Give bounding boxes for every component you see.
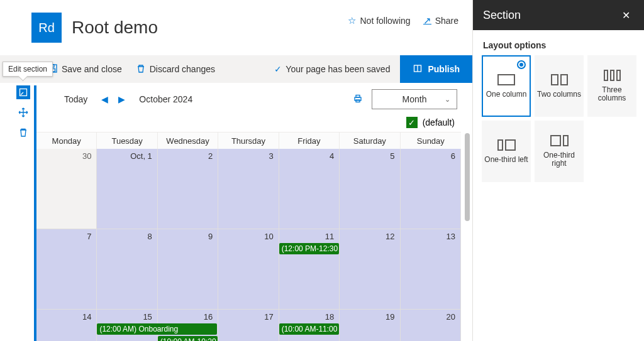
day-cell[interactable]: 7: [36, 229, 97, 310]
panel-title: Section: [483, 9, 521, 22]
day-number: 10: [264, 232, 273, 241]
view-select[interactable]: Month ⌄: [372, 89, 457, 109]
layout-option[interactable]: Three columns: [587, 55, 636, 117]
panel-close-button[interactable]: ✕: [618, 7, 634, 24]
view-select-value: Month: [402, 94, 427, 104]
calendar-toolbar: Today ◀ ▶ October 2024 Month ⌄: [36, 85, 461, 113]
day-cell[interactable]: 11(12:00 PM-12:30: [279, 229, 340, 310]
day-cell[interactable]: 13: [401, 229, 461, 310]
page-header: Rd Root demo Not following Share: [0, 0, 472, 55]
calendar-event[interactable]: (12:00 AM) Onboarding: [97, 323, 217, 335]
calendar-event[interactable]: (12:00 PM-12:30: [279, 243, 339, 254]
discard-button[interactable]: Discard changes: [136, 63, 215, 75]
day-cell[interactable]: 5: [340, 149, 400, 229]
panel-subtitle: Layout options: [473, 30, 644, 55]
dow-header-cell: Monday: [36, 133, 97, 149]
day-number: 8: [148, 232, 152, 241]
day-number: 17: [264, 312, 273, 322]
day-number: 16: [204, 312, 213, 322]
day-number: 11: [325, 232, 334, 241]
dow-header-cell: Friday: [279, 133, 340, 149]
day-cell[interactable]: 20: [401, 310, 461, 341]
calendar-webpart: Today ◀ ▶ October 2024 Month ⌄ ✓ (defaul…: [34, 85, 461, 341]
star-icon: [348, 15, 356, 26]
publish-icon: [413, 63, 423, 75]
day-cell[interactable]: 8: [97, 229, 157, 310]
layout-option-label: Two columns: [537, 90, 581, 99]
today-button[interactable]: Today: [64, 94, 87, 104]
chevron-down-icon: ⌄: [445, 95, 450, 104]
edit-section-button[interactable]: [16, 85, 30, 99]
day-cell[interactable]: 6: [401, 149, 461, 229]
day-number: 18: [325, 312, 334, 322]
follow-button[interactable]: Not following: [348, 15, 410, 26]
default-legend-check[interactable]: ✓: [406, 117, 418, 128]
share-label: Share: [435, 16, 458, 26]
day-cell[interactable]: 19: [340, 310, 400, 341]
share-button[interactable]: Share: [423, 16, 458, 26]
layout-icon: [550, 135, 569, 146]
day-cell[interactable]: 17: [218, 310, 279, 341]
page-title[interactable]: Root demo: [72, 18, 158, 38]
day-number: 5: [390, 151, 394, 161]
day-number: 13: [447, 232, 455, 241]
calendar-grid: MondayTuesdayWednesdayThursdayFridaySatu…: [36, 132, 461, 341]
layout-option-label: One-third right: [535, 151, 583, 168]
share-icon: [423, 16, 431, 26]
calendar-event[interactable]: (10:00 AM-10:20: [158, 336, 218, 341]
layout-icon: [604, 70, 621, 81]
discard-icon: [136, 63, 146, 75]
day-number: 14: [82, 312, 91, 322]
day-number: 20: [447, 312, 455, 322]
day-number: 7: [87, 232, 91, 241]
calendar-legend: ✓ (default): [36, 113, 461, 132]
section-rail: [16, 85, 30, 139]
saved-status-label: Your page has been saved: [286, 64, 390, 74]
next-month-button[interactable]: ▶: [116, 92, 128, 107]
move-section-button[interactable]: [16, 106, 30, 119]
layout-option[interactable]: One-third right: [535, 121, 584, 182]
save-and-close-button[interactable]: Save and close: [48, 63, 122, 75]
prev-month-button[interactable]: ◀: [99, 92, 111, 107]
day-cell[interactable]: 30: [36, 149, 97, 229]
week-row: 7891011(12:00 PM-12:301213: [36, 229, 461, 310]
site-logo[interactable]: Rd: [31, 13, 62, 43]
layout-icon: [497, 74, 515, 85]
day-cell[interactable]: 4: [279, 149, 340, 229]
saved-status: Your page has been saved: [274, 64, 390, 74]
day-cell[interactable]: Oct, 1: [97, 149, 157, 229]
publish-button[interactable]: Publish: [400, 55, 472, 83]
day-cell[interactable]: 3: [218, 149, 279, 229]
layout-option[interactable]: Two columns: [535, 55, 584, 117]
print-button[interactable]: [353, 94, 363, 106]
dow-header-cell: Tuesday: [97, 133, 157, 149]
dow-header-row: MondayTuesdayWednesdayThursdayFridaySatu…: [36, 133, 461, 149]
day-cell[interactable]: 10: [218, 229, 279, 310]
day-cell[interactable]: 14: [36, 310, 97, 341]
svg-rect-7: [356, 95, 360, 97]
follow-label: Not following: [360, 16, 410, 26]
day-number: Oct, 1: [130, 151, 152, 161]
calendar-event[interactable]: (10:00 AM-11:00: [279, 323, 339, 335]
selected-radio-icon: [517, 60, 526, 69]
day-number: 6: [451, 151, 455, 161]
dow-header-cell: Sunday: [401, 133, 461, 149]
layout-option[interactable]: One column: [482, 55, 531, 117]
week-row: 30Oct, 123456: [36, 149, 461, 229]
day-cell[interactable]: 9: [158, 229, 218, 310]
day-number: 3: [269, 151, 273, 161]
day-cell[interactable]: 18(10:00 AM-11:00: [279, 310, 340, 341]
delete-section-button[interactable]: [16, 126, 30, 139]
day-number: 15: [143, 312, 152, 322]
day-cell[interactable]: 12: [340, 229, 400, 310]
day-number: 4: [330, 151, 334, 161]
day-cell[interactable]: 15(12:00 AM) Onboarding: [97, 310, 157, 341]
edit-section-tooltip: Edit section: [3, 62, 53, 77]
day-number: 30: [82, 151, 91, 161]
scrollbar-thumb[interactable]: [465, 133, 470, 221]
day-number: 9: [208, 232, 213, 241]
day-cell[interactable]: 2: [158, 149, 218, 229]
dow-header-cell: Saturday: [340, 133, 400, 149]
dow-header-cell: Thursday: [218, 133, 279, 149]
layout-option[interactable]: One-third left: [482, 121, 531, 182]
